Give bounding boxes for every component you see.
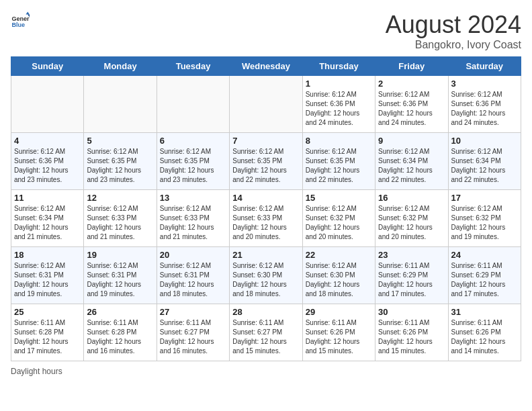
calendar-cell: 22Sunrise: 6:12 AM Sunset: 6:30 PM Dayli… [302, 247, 375, 304]
header: General Blue August 2024 Bangokro, Ivory… [11, 11, 521, 51]
calendar-cell: 23Sunrise: 6:11 AM Sunset: 6:29 PM Dayli… [375, 247, 448, 304]
day-info: Sunrise: 6:12 AM Sunset: 6:31 PM Dayligh… [87, 261, 153, 299]
day-info: Sunrise: 6:12 AM Sunset: 6:36 PM Dayligh… [306, 90, 372, 128]
calendar-cell: 16Sunrise: 6:12 AM Sunset: 6:32 PM Dayli… [375, 190, 448, 247]
calendar-cell: 10Sunrise: 6:12 AM Sunset: 6:34 PM Dayli… [448, 133, 521, 190]
weekday-header-sunday: Sunday [11, 57, 84, 76]
day-number: 31 [451, 307, 518, 317]
calendar-cell: 21Sunrise: 6:12 AM Sunset: 6:30 PM Dayli… [230, 247, 302, 304]
daylight-label: Daylight hours [11, 367, 62, 376]
calendar-cell: 29Sunrise: 6:11 AM Sunset: 6:26 PM Dayli… [302, 304, 375, 361]
day-number: 17 [451, 193, 518, 203]
day-number: 23 [378, 250, 445, 260]
main-title: August 2024 [386, 11, 521, 39]
day-number: 28 [232, 307, 299, 317]
week-row-4: 18Sunrise: 6:12 AM Sunset: 6:31 PM Dayli… [11, 247, 521, 304]
day-number: 9 [378, 136, 445, 146]
week-row-2: 4Sunrise: 6:12 AM Sunset: 6:36 PM Daylig… [11, 133, 521, 190]
day-number: 16 [378, 193, 445, 203]
weekday-header-monday: Monday [84, 57, 157, 76]
day-number: 20 [160, 250, 226, 260]
day-info: Sunrise: 6:11 AM Sunset: 6:26 PM Dayligh… [451, 318, 518, 356]
calendar-cell: 24Sunrise: 6:11 AM Sunset: 6:29 PM Dayli… [448, 247, 521, 304]
day-info: Sunrise: 6:11 AM Sunset: 6:26 PM Dayligh… [378, 318, 445, 356]
day-number: 1 [306, 79, 372, 89]
day-info: Sunrise: 6:11 AM Sunset: 6:28 PM Dayligh… [87, 318, 153, 356]
calendar-cell: 3Sunrise: 6:12 AM Sunset: 6:36 PM Daylig… [448, 76, 521, 133]
calendar-cell: 17Sunrise: 6:12 AM Sunset: 6:32 PM Dayli… [448, 190, 521, 247]
calendar-cell: 14Sunrise: 6:12 AM Sunset: 6:33 PM Dayli… [230, 190, 302, 247]
calendar-cell: 11Sunrise: 6:12 AM Sunset: 6:34 PM Dayli… [11, 190, 84, 247]
day-number: 13 [160, 193, 226, 203]
calendar-cell: 13Sunrise: 6:12 AM Sunset: 6:33 PM Dayli… [157, 190, 229, 247]
logo: General Blue [11, 11, 30, 30]
day-number: 25 [14, 307, 81, 317]
day-number: 22 [306, 250, 372, 260]
day-number: 8 [306, 136, 372, 146]
calendar-cell: 4Sunrise: 6:12 AM Sunset: 6:36 PM Daylig… [11, 133, 84, 190]
day-number: 5 [87, 136, 153, 146]
calendar-cell [157, 76, 229, 133]
day-number: 11 [14, 193, 81, 203]
day-number: 26 [87, 307, 153, 317]
day-info: Sunrise: 6:12 AM Sunset: 6:31 PM Dayligh… [14, 261, 81, 299]
weekday-header-saturday: Saturday [448, 57, 521, 76]
day-number: 3 [451, 79, 518, 89]
day-info: Sunrise: 6:12 AM Sunset: 6:32 PM Dayligh… [306, 204, 372, 242]
calendar-cell: 6Sunrise: 6:12 AM Sunset: 6:35 PM Daylig… [157, 133, 229, 190]
weekday-header-friday: Friday [375, 57, 448, 76]
calendar-cell: 5Sunrise: 6:12 AM Sunset: 6:35 PM Daylig… [84, 133, 157, 190]
day-info: Sunrise: 6:12 AM Sunset: 6:33 PM Dayligh… [160, 204, 226, 242]
day-info: Sunrise: 6:12 AM Sunset: 6:30 PM Dayligh… [232, 261, 299, 299]
title-area: August 2024 Bangokro, Ivory Coast [386, 11, 521, 51]
day-number: 18 [14, 250, 81, 260]
day-info: Sunrise: 6:11 AM Sunset: 6:29 PM Dayligh… [378, 261, 445, 299]
day-number: 27 [160, 307, 226, 317]
calendar-cell: 31Sunrise: 6:11 AM Sunset: 6:26 PM Dayli… [448, 304, 521, 361]
weekday-header-tuesday: Tuesday [157, 57, 229, 76]
calendar-cell: 19Sunrise: 6:12 AM Sunset: 6:31 PM Dayli… [84, 247, 157, 304]
calendar-cell: 27Sunrise: 6:11 AM Sunset: 6:27 PM Dayli… [157, 304, 229, 361]
day-info: Sunrise: 6:11 AM Sunset: 6:27 PM Dayligh… [160, 318, 226, 356]
day-number: 15 [306, 193, 372, 203]
logo-icon: General Blue [11, 11, 30, 30]
calendar-cell: 2Sunrise: 6:12 AM Sunset: 6:36 PM Daylig… [375, 76, 448, 133]
day-info: Sunrise: 6:12 AM Sunset: 6:32 PM Dayligh… [378, 204, 445, 242]
calendar-cell [230, 76, 302, 133]
day-info: Sunrise: 6:11 AM Sunset: 6:27 PM Dayligh… [232, 318, 299, 356]
calendar-cell: 9Sunrise: 6:12 AM Sunset: 6:34 PM Daylig… [375, 133, 448, 190]
sub-title: Bangokro, Ivory Coast [386, 39, 521, 51]
day-number: 12 [87, 193, 153, 203]
svg-text:Blue: Blue [11, 21, 25, 28]
calendar-cell: 25Sunrise: 6:11 AM Sunset: 6:28 PM Dayli… [11, 304, 84, 361]
day-number: 21 [232, 250, 299, 260]
day-info: Sunrise: 6:12 AM Sunset: 6:34 PM Dayligh… [451, 147, 518, 185]
day-number: 24 [451, 250, 518, 260]
day-number: 10 [451, 136, 518, 146]
day-info: Sunrise: 6:12 AM Sunset: 6:35 PM Dayligh… [87, 147, 153, 185]
day-info: Sunrise: 6:12 AM Sunset: 6:36 PM Dayligh… [378, 90, 445, 128]
day-info: Sunrise: 6:12 AM Sunset: 6:35 PM Dayligh… [306, 147, 372, 185]
day-number: 29 [306, 307, 372, 317]
day-info: Sunrise: 6:12 AM Sunset: 6:31 PM Dayligh… [160, 261, 226, 299]
calendar-cell: 12Sunrise: 6:12 AM Sunset: 6:33 PM Dayli… [84, 190, 157, 247]
day-info: Sunrise: 6:11 AM Sunset: 6:28 PM Dayligh… [14, 318, 81, 356]
week-row-5: 25Sunrise: 6:11 AM Sunset: 6:28 PM Dayli… [11, 304, 521, 361]
svg-marker-2 [26, 11, 30, 14]
day-info: Sunrise: 6:12 AM Sunset: 6:35 PM Dayligh… [232, 147, 299, 185]
day-number: 6 [160, 136, 226, 146]
calendar-cell: 28Sunrise: 6:11 AM Sunset: 6:27 PM Dayli… [230, 304, 302, 361]
day-info: Sunrise: 6:12 AM Sunset: 6:32 PM Dayligh… [451, 204, 518, 242]
calendar-cell [11, 76, 84, 133]
calendar-table: SundayMondayTuesdayWednesdayThursdayFrid… [11, 56, 521, 361]
calendar-cell: 8Sunrise: 6:12 AM Sunset: 6:35 PM Daylig… [302, 133, 375, 190]
day-number: 2 [378, 79, 445, 89]
calendar-cell: 18Sunrise: 6:12 AM Sunset: 6:31 PM Dayli… [11, 247, 84, 304]
day-info: Sunrise: 6:12 AM Sunset: 6:36 PM Dayligh… [14, 147, 81, 185]
day-info: Sunrise: 6:11 AM Sunset: 6:29 PM Dayligh… [451, 261, 518, 299]
calendar-cell: 7Sunrise: 6:12 AM Sunset: 6:35 PM Daylig… [230, 133, 302, 190]
day-number: 14 [232, 193, 299, 203]
day-info: Sunrise: 6:11 AM Sunset: 6:26 PM Dayligh… [306, 318, 372, 356]
day-number: 30 [378, 307, 445, 317]
day-info: Sunrise: 6:12 AM Sunset: 6:34 PM Dayligh… [14, 204, 81, 242]
